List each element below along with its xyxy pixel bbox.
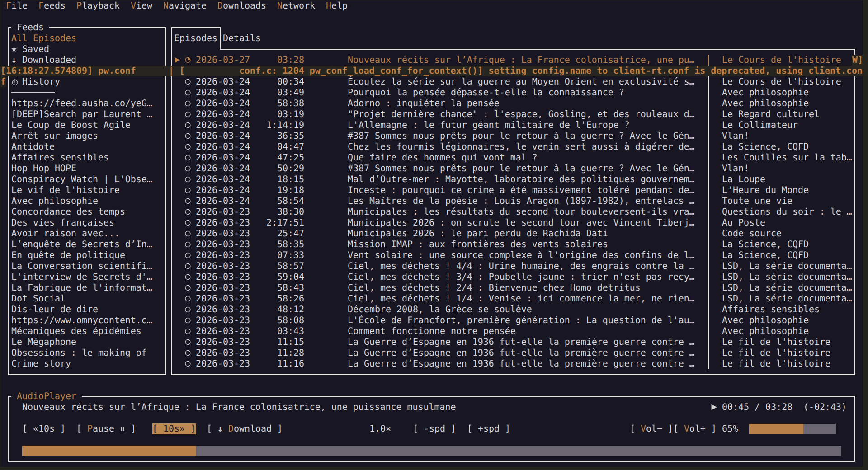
menu-view[interactable]: View <box>131 0 152 11</box>
speed-down-button[interactable]: [ -spd ] <box>413 423 456 434</box>
episode-duration: 38:30 <box>277 207 304 217</box>
feed-item[interactable]: Crime story <box>11 358 71 369</box>
feed-item[interactable]: Avec philosophie <box>11 196 98 207</box>
seek-back-button[interactable]: [ «10s ] <box>22 423 66 434</box>
episode-podcast: La Loupe <box>722 174 765 185</box>
menu-feeds[interactable]: Feeds <box>38 0 66 11</box>
episode-column-divider <box>708 250 709 261</box>
feed-item[interactable]: Avoir raison avec... <box>11 228 120 239</box>
volume-bar-empty <box>803 424 836 434</box>
episode-title: Inceste : pourquoi ce crime a été massiv… <box>348 185 695 196</box>
episode-duration: 1:14:19 <box>266 120 304 131</box>
menu-navigate[interactable]: Navigate <box>163 0 207 11</box>
episode-column-divider <box>708 293 709 304</box>
episode-unplayed-icon <box>185 272 191 282</box>
episode-podcast: Au Poste <box>722 217 765 228</box>
feed-item[interactable]: Antidote <box>11 141 55 152</box>
episode-duration: 11:28 <box>277 348 304 358</box>
feed-item[interactable]: Affaires sensibles <box>11 152 109 163</box>
feed-item[interactable]: https://www.omnycontent.c… <box>11 315 152 326</box>
feed-item[interactable]: Hop Hop HOPE <box>11 163 76 174</box>
volume-percent: 65% <box>722 423 738 434</box>
episode-title: L'Allemagne : le futur géant militaire d… <box>348 120 630 131</box>
episode-title: Que faire des hommes qui vont mal ? <box>348 152 538 163</box>
episode-column-divider <box>708 282 709 293</box>
sidebar-item-all-episodes[interactable]: All Episodes <box>11 33 76 44</box>
episode-duration: 03:49 <box>277 87 304 98</box>
menu-downloads[interactable]: Downloads <box>217 0 266 11</box>
episode-column-divider <box>708 217 709 228</box>
feed-item[interactable]: Conspiracy Watch | L'Obse… <box>11 174 152 185</box>
tab-episodes[interactable]: Episodes <box>174 33 217 44</box>
episode-duration: 58:54 <box>277 196 304 207</box>
volume-up-hotkey: V <box>684 423 689 434</box>
episode-date: 2026-03-24 <box>196 131 250 141</box>
feed-item[interactable]: Mécaniques des épidémies <box>11 326 142 337</box>
episode-duration: 03:28 <box>277 55 304 66</box>
sidebar-item-saved-label: Saved <box>22 44 49 55</box>
episode-duration: 36:35 <box>277 131 304 141</box>
episode-unplayed-icon <box>185 358 191 369</box>
episode-unplayed-icon <box>185 131 191 141</box>
episode-column-divider <box>708 196 709 207</box>
episode-column-divider <box>708 326 709 337</box>
feed-item[interactable]: Le Mégaphone <box>11 337 76 348</box>
pause-button-hotkey: P <box>87 423 93 434</box>
episode-unplayed-icon <box>185 315 191 326</box>
episode-column-divider <box>708 358 709 369</box>
episode-title: Mission IMAP : aux frontières des vents … <box>348 239 608 250</box>
feed-item[interactable]: La Fabrique de l'informat… <box>11 282 152 293</box>
volume-bar-filled <box>749 424 803 434</box>
episode-column-divider <box>708 174 709 185</box>
episode-unplayed-icon <box>185 109 191 120</box>
feed-item[interactable]: Des vies françaises <box>11 217 114 228</box>
episode-title: Municipales 2026 : le pari perdu de Rach… <box>348 228 608 239</box>
episode-title: Comment fonctionne notre pensée <box>348 326 516 337</box>
menu-hotkey: P <box>76 0 82 11</box>
episode-date: 2026-03-24 <box>196 196 250 207</box>
feed-item[interactable]: https://feed.ausha.co/yeG… <box>11 98 152 109</box>
feed-item[interactable]: L'interview de Secrets d'… <box>11 272 152 282</box>
feed-item[interactable]: Dis-leur de dire <box>11 304 98 315</box>
episode-podcast: Vlan! <box>722 131 749 141</box>
menu-hotkey: F <box>38 0 44 11</box>
episode-duration: 25:47 <box>277 228 304 239</box>
menu-network[interactable]: Network <box>277 0 315 11</box>
episode-date: 2026-03-23 <box>196 282 250 293</box>
audioplayer-panel-title: AudioPlayer <box>11 391 82 402</box>
feed-item[interactable]: [DEEP]Search par Laurent … <box>11 109 152 120</box>
episode-podcast: Le fil de l'histoire <box>722 358 830 369</box>
playing-indicator-icon <box>175 55 180 66</box>
feed-item[interactable]: La Conversation scientifi… <box>11 261 152 272</box>
episode-date: 2026-03-23 <box>196 207 250 217</box>
log-overlay-line: [16:18:27.574809] pw.conf | [ conf.c: 12… <box>0 66 863 76</box>
feed-item[interactable]: Concordance des temps <box>11 207 125 217</box>
sidebar-history-label: History <box>22 76 60 87</box>
feed-item[interactable]: Le vif de l'histoire <box>11 185 120 196</box>
episode-podcast: La Science, CQFD <box>722 141 809 152</box>
feed-item[interactable]: Le Coup de Boost Agile <box>11 120 131 131</box>
episode-date: 2026-03-23 <box>196 358 250 369</box>
tab-details[interactable]: Details <box>223 33 261 44</box>
episode-date: 2026-03-24 <box>196 152 250 163</box>
episode-column-divider <box>708 87 709 98</box>
volume-up-prefix: [ <box>673 423 684 434</box>
episode-title: Décembre 2008, la Grèce se soulève <box>348 304 532 315</box>
feed-item[interactable]: L’enquête de Secrets d’In… <box>11 239 152 250</box>
feed-item[interactable]: Dot Social <box>11 293 66 304</box>
episode-progress-icon <box>185 55 191 66</box>
episode-unplayed-icon <box>185 304 191 315</box>
episode-date: 2026-03-23 <box>196 228 250 239</box>
menu-playback[interactable]: Playback <box>76 0 120 11</box>
speed-up-button[interactable]: [ +spd ] <box>467 423 510 434</box>
feed-item[interactable]: Obsessions : le making of <box>11 348 147 358</box>
episode-column-divider <box>708 239 709 250</box>
menu-file[interactable]: File <box>6 0 28 11</box>
episode-date: 2026-03-24 <box>196 185 250 196</box>
feed-item[interactable]: En quête de politique <box>11 250 125 261</box>
menu-help[interactable]: Help <box>326 0 348 11</box>
feed-item[interactable]: Arrêt sur images <box>11 131 98 141</box>
episode-title: Ciel, mes déchets ! 1/4 : Venise : ici c… <box>348 293 695 304</box>
episode-title: #387 Sommes nous prêts pour le retour à … <box>348 163 695 174</box>
episodes-panel-top-border <box>220 49 855 50</box>
